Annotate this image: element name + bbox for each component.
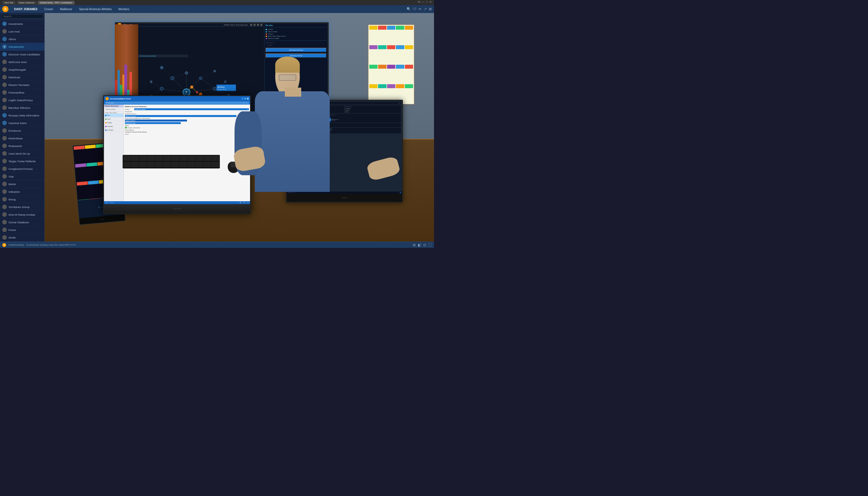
sidebar-item-fortunan[interactable]: Fortunanfires [0, 89, 44, 96]
sidebar-item-rutas[interactable]: Rutassantu [0, 142, 44, 150]
browser-top-right: To — □ ✕ [417, 1, 432, 3]
status-layout-icon[interactable]: ⊡ [423, 243, 426, 247]
sidebar-item-icon [2, 29, 7, 34]
sidebar-item-runyary[interactable]: Runyary Meta Information [0, 112, 44, 119]
sidebar-item-welcome[interactable]: WelCome Inver [0, 58, 44, 66]
sidebar-item-icon [2, 67, 7, 72]
sidebar-item-motoro[interactable]: Motorobase [0, 135, 44, 142]
app-sidebar-item3[interactable]: Ul Elam [104, 121, 124, 125]
legend-label: Alterro tends [268, 31, 278, 32]
sidebar-item-icon [2, 90, 7, 95]
tab-3[interactable]: Global News - PRT / Livestream [38, 1, 75, 4]
nav-shield-icon[interactable]: 🛡 [413, 7, 416, 11]
nav-right-icons: 🔍 🛡 ✏ ↗ ⊞ [407, 7, 432, 11]
sidebar-item-label: WelCome Inver [9, 61, 42, 64]
sidebar-item-gomar[interactable]: Gomar Databuse [0, 218, 44, 226]
sidebar-item-icon [2, 205, 7, 209]
nav-item-special[interactable]: Special American Athletes [78, 7, 113, 11]
sidebar-item-indication[interactable]: Indication [0, 188, 44, 196]
app-title: Accommodation Form [110, 98, 131, 100]
sidebar-item-graymono[interactable]: GrayMonogals [0, 66, 44, 74]
browser-maximize[interactable]: □ [426, 1, 428, 3]
legend-dot-inered [266, 29, 267, 30]
sidebar-item-label: Investments [9, 22, 41, 26]
sidebar-item-label: Tormbines Xmrop [9, 205, 42, 208]
alineation-button[interactable]: Alineation/Soumas [266, 48, 327, 52]
main-content: T Tilevo Sineus W/Work Title to Amorolog… [45, 13, 434, 242]
sidebar-item-conglom[interactable]: ConglomeroTronces [0, 165, 44, 173]
status-left: D Insertimontship To brovlunds Scohary C… [2, 243, 76, 247]
sidebar-item-discover[interactable]: Discover Asset candidates [0, 51, 44, 58]
svg-text:?: ? [185, 91, 187, 94]
legend-label: Inered [268, 29, 273, 30]
sidebar-item-altrius[interactable]: Altrius › [0, 35, 44, 43]
nav-item-daisy[interactable]: DAISY JOBAMES [13, 7, 39, 11]
sidebar-item-icon [2, 82, 7, 87]
sidebar-item-fooos[interactable]: Fooos [0, 226, 44, 234]
legend-label: Bevin Stre Greas Grevs [268, 35, 286, 37]
browser-close[interactable]: ✕ [429, 1, 432, 3]
nav-edit-icon[interactable]: ✏ [419, 7, 422, 11]
sidebar-item-elavero[interactable]: Elavero Tenntarer [0, 81, 44, 89]
sidebar-search-input[interactable] [1, 14, 43, 19]
sidebar-item-label: Gancinal Intern [9, 122, 42, 125]
sidebar-item-label: Fooos [9, 228, 42, 231]
background-scene: T Tilevo Sineus W/Work Title to Amorolog… [45, 13, 434, 242]
svg-point-39 [150, 81, 152, 83]
status-description: To brovlunds Scohary Corp Gts: Itrida FA… [26, 244, 76, 246]
svg-point-29 [214, 70, 216, 72]
status-grid-icon[interactable]: ◧ [418, 243, 421, 247]
nav-search-icon[interactable]: 🔍 [407, 7, 411, 11]
app-inner-sidebar: Filament Documents INITIAL DISTR... ITEM… [104, 105, 124, 204]
sidebar-item-distritcaxt[interactable]: Distritcaxt [0, 74, 44, 81]
monitor-stand [104, 204, 250, 213]
sidebar-item-logrc[interactable]: LogRc DatesPrivacy [0, 96, 44, 104]
sidebar-item-solvation[interactable]: ● SolvationInfo › [0, 43, 44, 51]
sidebar-item-targas[interactable]: Targas Turtan Reltente [0, 157, 44, 165]
sidebar-search-container [0, 13, 44, 20]
sidebar-item-similo[interactable]: Similo [0, 234, 44, 242]
sidebar-item-tormbines[interactable]: Tormbines Xmrop [0, 203, 44, 211]
nav-grid-icon[interactable]: ⊞ [429, 7, 432, 11]
svg-point-45 [190, 86, 193, 89]
app-ui: A Accommodation Form 🔍 Edit filters... [104, 96, 250, 204]
sidebar-item-mertsr[interactable]: Mertsr [0, 180, 44, 188]
bg-legend-title: Re-visu [266, 24, 327, 26]
nav-item-monitors[interactable]: Monitors [117, 7, 130, 11]
app-sidebar-selected[interactable]: Pipe- [104, 114, 124, 117]
app-sidebar-item: INITIAL DISTR... [104, 107, 124, 112]
app-sidebar-item2[interactable]: Learn [104, 117, 124, 121]
inventory-button[interactable]: Inventory Turnut [266, 53, 327, 58]
sidebar-item-label: Ilovug [9, 198, 42, 201]
sidebar-item-barmbos[interactable]: Barmbos RdinGov [0, 104, 44, 112]
legend-item-alterro: Alterro tends [266, 31, 327, 32]
sidebar-item-investments[interactable]: i Investments › [0, 20, 44, 28]
tab-1[interactable]: New Tab [2, 1, 16, 4]
sidebar-item-lastmod[interactable]: Last mod › [0, 28, 44, 35]
sidebar-item-gancinal[interactable]: Gancinal Intern [0, 119, 44, 127]
app-form-area: MidRes-Account Distanses Multipp- Order … [124, 105, 250, 204]
tab-bar: New Tab Daisy Jobames Global News - PRT … [2, 1, 75, 4]
nav-share-icon[interactable]: ↗ [424, 7, 427, 11]
nav-item-crsson[interactable]: Crsson [43, 7, 54, 11]
sidebar-item-icon [2, 60, 7, 64]
nav-item-mailboxer[interactable]: Mailboxer [59, 7, 73, 11]
sidebar-item-icon [2, 136, 7, 140]
app-sidebar-item4[interactable]: Gromrols [104, 125, 124, 128]
sidebar-item-vivp[interactable]: Vivp [0, 173, 44, 180]
sidebar-item-casework[interactable]: Case Work Div xp [0, 150, 44, 157]
browser-minimize[interactable]: — [422, 1, 425, 3]
status-expand-icon[interactable]: ⊞ [413, 243, 416, 247]
status-fullscreen-icon[interactable]: ⛶ [428, 243, 432, 247]
keyboard [123, 155, 220, 169]
sidebar-item-ilovug[interactable]: Ilovug [0, 196, 44, 203]
sidebar-item-evinduv[interactable]: Evinduvon [0, 127, 44, 135]
tab-2[interactable]: Daisy Jobames [17, 1, 37, 4]
sidebar-item-label: Vivp [9, 175, 42, 178]
legend-item-inered: Inered [266, 29, 327, 30]
sidebar-item-icon [2, 228, 7, 232]
sidebar-item-label: LogRc DatesPrivacy [9, 99, 42, 102]
svg-text:SD  Bitsc: SD Bitsc [218, 86, 225, 88]
app-sidebar-item5[interactable]: Ul Tomers [104, 128, 124, 132]
sidebar-item-icha[interactable]: Icha Int Rarop Arruitas [0, 211, 44, 218]
